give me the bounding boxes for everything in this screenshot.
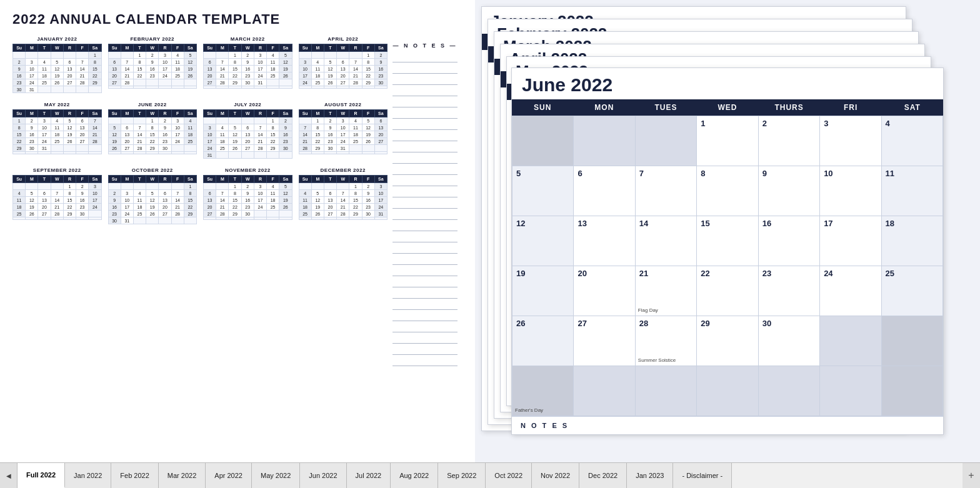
june-day-cell: 24 xyxy=(820,266,881,316)
tab-13[interactable]: Jan 2023 xyxy=(627,463,673,488)
tab-7[interactable]: Jul 2022 xyxy=(347,463,391,488)
june-day-cell: 18 xyxy=(882,216,943,266)
tab-1[interactable]: Jan 2022 xyxy=(65,463,111,488)
notes-line xyxy=(392,119,458,130)
notes-line xyxy=(392,107,458,119)
mini-month-title: JANUARY 2022 xyxy=(12,36,102,42)
notes-line xyxy=(392,254,458,265)
tabs-container: Full 2022Jan 2022Feb 2022Mar 2022Apr 202… xyxy=(18,463,962,488)
mini-month-title: APRIL 2022 xyxy=(299,36,388,42)
june-day-cell xyxy=(574,366,635,416)
notes-lines xyxy=(392,51,458,366)
tab-14[interactable]: - Disclaimer - xyxy=(673,463,732,488)
june-day-cell xyxy=(574,116,635,166)
june-day-cell: 7 xyxy=(636,166,697,216)
left-panel: 2022 ANNUAL CALENDAR TEMPLATE JANUARY 20… xyxy=(0,0,475,462)
june-day-cell: 30 xyxy=(759,316,820,366)
notes-line xyxy=(392,310,458,321)
notes-line xyxy=(392,299,458,310)
notes-line xyxy=(392,276,458,287)
notes-line xyxy=(392,344,458,355)
notes-line xyxy=(392,164,458,175)
june-day-cell: 19 xyxy=(512,266,574,316)
june-header-row: SUNMONTUESWEDTHURSFRISAT xyxy=(512,99,943,116)
notes-line xyxy=(392,265,458,276)
months-grid: JANUARY 2022SuMTWRFSa1234567891011121314… xyxy=(12,36,388,224)
mini-month-title: SEPTEMBER 2022 xyxy=(12,167,102,173)
june-header-cell: SUN xyxy=(512,99,574,116)
tab-0[interactable]: Full 2022 xyxy=(18,463,65,488)
mini-month-title: DECEMBER 2022 xyxy=(299,167,388,173)
tab-6[interactable]: Jun 2022 xyxy=(300,463,346,488)
june-body: 123456789101112131415161718192021Flag Da… xyxy=(512,116,943,416)
page-title: 2022 ANNUAL CALENDAR TEMPLATE xyxy=(12,11,462,27)
notes-line xyxy=(392,197,458,209)
mini-cal-table: SuMTWRFSa1234567891011121314151617181920… xyxy=(299,109,388,154)
tab-3[interactable]: Mar 2022 xyxy=(159,463,206,488)
mini-month-11: DECEMBER 2022SuMTWRFSa123456789101112131… xyxy=(299,167,388,224)
june-day-cell: 2 xyxy=(759,116,820,166)
june-day-cell: 9 xyxy=(759,166,820,216)
mini-cal-table: SuMTWRFSa1234567891011121314151617181920… xyxy=(203,44,292,89)
june-day-cell xyxy=(820,316,881,366)
mini-cal-table: SuMTWRFSa1234567891011121314151617181920… xyxy=(203,175,292,220)
mini-month-title: OCTOBER 2022 xyxy=(108,167,198,173)
mini-month-6: JULY 2022SuMTWRFSa1234567891011121314151… xyxy=(203,102,292,159)
mini-cal-table: SuMTWRFSa1234567891011121314151617181920… xyxy=(203,109,292,159)
tab-10[interactable]: Oct 2022 xyxy=(486,463,532,488)
mini-month-10: NOVEMBER 2022SuMTWRFSa123456789101112131… xyxy=(203,167,292,224)
june-day-cell: 28Summer Solstice xyxy=(636,316,697,366)
notes-line xyxy=(392,130,458,141)
notes-line xyxy=(392,62,458,74)
months-area: JANUARY 2022SuMTWRFSa1234567891011121314… xyxy=(12,36,388,366)
june-header-cell: FRI xyxy=(820,99,882,116)
mini-month-title: JULY 2022 xyxy=(203,102,292,107)
mini-month-title: FEBRUARY 2022 xyxy=(108,36,198,42)
tab-5[interactable]: May 2022 xyxy=(252,463,300,488)
notes-line xyxy=(392,321,458,332)
june-day-cell: 25 xyxy=(882,266,943,316)
notes-line xyxy=(392,152,458,164)
june-day-cell: 23 xyxy=(759,266,820,316)
june-day-cell: 27 xyxy=(574,316,635,366)
notes-line xyxy=(392,141,458,152)
june-day-cell: 20 xyxy=(574,266,635,316)
june-notes-bar: N O T E S xyxy=(512,416,943,434)
mini-month-title: JUNE 2022 xyxy=(108,102,198,107)
tab-4[interactable]: Apr 2022 xyxy=(206,463,252,488)
june-day-cell: 14 xyxy=(636,216,697,266)
tab-2[interactable]: Feb 2022 xyxy=(111,463,158,488)
mini-month-4: MAY 2022SuMTWRFSa12345678910111213141516… xyxy=(12,102,102,159)
tab-11[interactable]: Nov 2022 xyxy=(532,463,579,488)
mini-month-9: OCTOBER 2022SuMTWRFSa1234567891011121314… xyxy=(108,167,198,224)
notes-line xyxy=(392,74,458,85)
june-header-cell: THURS xyxy=(758,99,820,116)
event-label: Father's Day xyxy=(515,407,543,413)
june-day-cell xyxy=(512,116,574,166)
notes-line xyxy=(392,96,458,107)
tab-8[interactable]: Aug 2022 xyxy=(391,463,438,488)
tab-add-button[interactable]: + xyxy=(962,463,980,488)
mini-cal-table: SuMTWRFSa1234567891011121314151617181920… xyxy=(108,109,198,154)
june-day-cell: 6 xyxy=(574,166,635,216)
tab-nav-left[interactable]: ◀ xyxy=(0,463,18,488)
tab-9[interactable]: Sep 2022 xyxy=(438,463,486,488)
tab-bar: ◀ Full 2022Jan 2022Feb 2022Mar 2022Apr 2… xyxy=(0,462,980,488)
mini-month-8: SEPTEMBER 2022SuMTWRFSa12345678910111213… xyxy=(12,167,102,224)
june-day-cell: 5 xyxy=(512,166,574,216)
june-day-cell: 4 xyxy=(882,116,943,166)
june-day-cell xyxy=(882,366,943,416)
notes-panel: — N O T E S — xyxy=(388,36,462,366)
mini-cal-table: SuMTWRFSa1234567891011121314151617181920… xyxy=(299,44,388,89)
mini-cal-table: SuMTWRFSa1234567891011121314151617181920… xyxy=(12,44,102,93)
tab-12[interactable]: Dec 2022 xyxy=(579,463,627,488)
notes-line xyxy=(392,332,458,344)
june-day-cell: 17 xyxy=(820,216,881,266)
mini-month-0: JANUARY 2022SuMTWRFSa1234567891011121314… xyxy=(12,36,102,93)
card-june-detail: June 2022 SUNMONTUESWEDTHURSFRISAT 12345… xyxy=(511,67,944,435)
june-day-cell: 8 xyxy=(697,166,758,216)
notes-line xyxy=(392,186,458,197)
june-day-cell: 16 xyxy=(759,216,820,266)
notes-line xyxy=(392,287,458,299)
mini-cal-table: SuMTWRFSa1234567891011121314151617181920… xyxy=(108,44,198,89)
